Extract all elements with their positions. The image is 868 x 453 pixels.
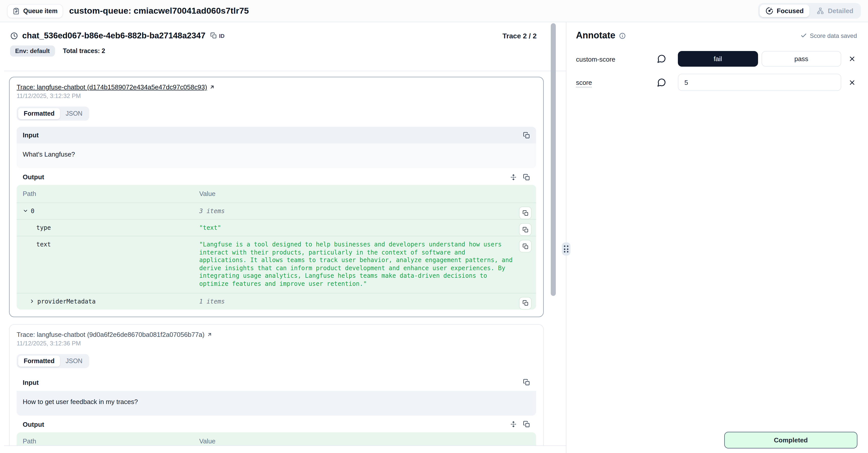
focused-view-label: Focused <box>777 7 804 15</box>
column-value: Value <box>199 437 530 445</box>
trace-preview-panel: chat_536ed067-b86e-4eb6-882b-ba27148a234… <box>0 22 566 453</box>
delete-score-icon[interactable] <box>847 78 857 87</box>
gauge-icon <box>766 7 773 15</box>
copy-id-button[interactable]: ID <box>210 31 226 40</box>
annotate-header: Annotate Score data saved <box>576 30 857 41</box>
format-tabs: Formatted JSON <box>17 354 90 368</box>
score-option-fail[interactable]: fail <box>678 51 758 67</box>
row-value: 3 items <box>199 207 514 215</box>
input-header: Input <box>17 374 536 391</box>
clipboard-pen-icon <box>12 7 20 15</box>
traces-scroll-area[interactable]: Trace: langfuse-chatbot (d174b1589072e43… <box>4 71 566 446</box>
input-section: Input How to get user feedback in my tra… <box>17 374 536 415</box>
copy-row-button[interactable] <box>519 297 532 309</box>
grip-dots-icon <box>564 246 568 253</box>
clock-icon <box>10 32 18 40</box>
output-header: Output <box>17 168 536 185</box>
copy-row-button[interactable] <box>519 240 532 253</box>
queue-item-badge: Queue item <box>7 4 63 18</box>
copy-input-button[interactable] <box>523 132 530 139</box>
view-mode-toggle: Focused Detailed <box>758 3 861 19</box>
external-link-icon <box>209 84 215 90</box>
item-title-row: chat_536ed067-b86e-4eb6-882b-ba27148a234… <box>0 22 566 43</box>
delete-score-icon[interactable] <box>847 54 857 64</box>
input-label: Input <box>23 378 39 386</box>
tab-json[interactable]: JSON <box>60 108 88 119</box>
split-body: chat_536ed067-b86e-4eb6-882b-ba27148a234… <box>0 22 868 453</box>
row-path: providerMetadata <box>37 298 96 305</box>
chevron-right-icon[interactable] <box>29 298 35 304</box>
page-title: custom-queue: cmiacwel70041ad060s7tlr75 <box>69 6 249 16</box>
input-header: Input <box>17 127 536 143</box>
check-icon <box>800 32 807 39</box>
chevron-down-icon[interactable] <box>23 208 28 214</box>
categorical-score-buttons: fail pass <box>678 51 841 67</box>
column-value: Value <box>199 190 530 197</box>
row-value: "Langfuse is a tool designed to help bus… <box>199 241 514 288</box>
table-row[interactable]: text "Langfuse is a tool designed to hel… <box>17 236 536 293</box>
row-path: 0 <box>31 207 34 215</box>
copy-id-label: ID <box>219 33 225 39</box>
row-path: text <box>23 241 199 288</box>
output-label: Output <box>23 173 44 181</box>
row-value: 1 items <box>199 298 514 305</box>
trace-timestamp: 11/12/2025, 3:12:36 PM <box>17 340 536 347</box>
score-saved-label: Score data saved <box>810 32 857 39</box>
table-row[interactable]: 0 3 items <box>17 202 536 219</box>
trace-card-current: Trace: langfuse-chatbot (d174b1589072e43… <box>9 77 544 317</box>
panel-resize-handle[interactable] <box>562 243 570 256</box>
external-link-icon <box>207 332 212 337</box>
numeric-score-input[interactable] <box>678 74 841 91</box>
json-table-header: Path Value <box>17 185 536 202</box>
input-section: Input What's Langfuse? <box>17 127 536 168</box>
copy-input-button[interactable] <box>523 379 530 386</box>
score-row-custom-score: custom-score fail pass <box>576 51 857 67</box>
expand-output-button[interactable] <box>510 421 517 428</box>
copy-output-button[interactable] <box>523 421 530 428</box>
output-header: Output <box>17 415 536 432</box>
copy-icon <box>211 32 217 39</box>
score-option-pass[interactable]: pass <box>761 51 841 67</box>
top-header-bar: Queue item custom-queue: cmiacwel70041ad… <box>0 0 868 22</box>
output-json-table: Path Value 0 3 items <box>17 185 536 309</box>
score-row-score: score <box>576 74 857 91</box>
column-path: Path <box>23 190 199 197</box>
input-content: What's Langfuse? <box>17 143 536 168</box>
detailed-view-label: Detailed <box>828 7 854 15</box>
comment-bubble-icon[interactable] <box>657 78 678 87</box>
env-badge: Env: default <box>10 46 55 57</box>
table-row[interactable]: providerMetadata 1 items <box>17 293 536 309</box>
focused-view-button[interactable]: Focused <box>760 4 810 17</box>
tree-hierarchy-icon <box>817 7 825 15</box>
info-icon[interactable] <box>619 32 626 39</box>
queue-item-badge-label: Queue item <box>23 7 58 15</box>
tab-json[interactable]: JSON <box>60 355 88 366</box>
tab-formatted[interactable]: Formatted <box>18 355 60 366</box>
vertical-scrollbar-thumb[interactable] <box>551 23 556 296</box>
comment-bubble-icon[interactable] <box>657 54 678 64</box>
format-tabs: Formatted JSON <box>17 107 90 121</box>
copy-output-button[interactable] <box>523 173 530 180</box>
total-traces-label: Total traces: 2 <box>63 48 105 55</box>
trace-item-title: chat_536ed067-b86e-4eb6-882b-ba27148a234… <box>22 31 206 40</box>
copy-row-button[interactable] <box>519 206 532 219</box>
input-content: How to get user feedback in my traces? <box>17 391 536 415</box>
copy-row-button[interactable] <box>519 223 532 236</box>
panel-divider <box>566 22 566 453</box>
expand-output-button[interactable] <box>510 173 517 180</box>
row-value: "text" <box>199 224 514 231</box>
score-name-label: custom-score <box>576 55 615 63</box>
detailed-view-button[interactable]: Detailed <box>811 4 860 17</box>
completed-button[interactable]: Completed <box>724 432 858 449</box>
trace-link[interactable]: Trace: langfuse-chatbot (d174b1589072e43… <box>17 83 207 91</box>
json-table-header: Path Value <box>17 432 536 446</box>
tab-formatted[interactable]: Formatted <box>18 108 60 119</box>
table-row[interactable]: type "text" <box>17 219 536 236</box>
output-json-table: Path Value 0 3 items <box>17 432 536 446</box>
column-path: Path <box>23 437 199 445</box>
trace-card: Trace: langfuse-chatbot (9d0a6f2e6de8670… <box>9 324 544 446</box>
trace-link[interactable]: Trace: langfuse-chatbot (9d0a6f2e6de8670… <box>17 331 205 338</box>
input-label: Input <box>23 131 39 139</box>
screen: Queue item custom-queue: cmiacwel70041ad… <box>0 0 868 453</box>
annotate-title: Annotate <box>576 30 615 41</box>
